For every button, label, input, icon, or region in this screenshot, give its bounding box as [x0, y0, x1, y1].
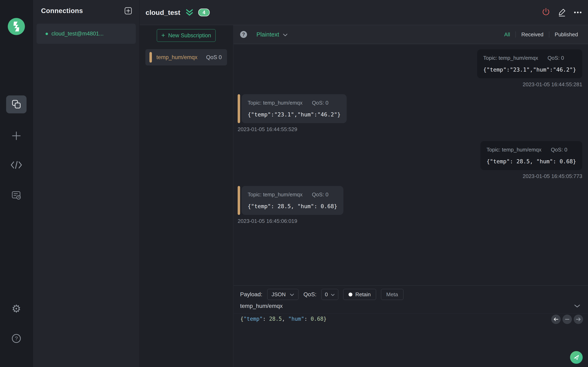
log-icon	[11, 190, 21, 201]
connections-header: Connections	[33, 0, 139, 15]
help-icon: ?	[11, 333, 21, 344]
editor-divider	[233, 313, 588, 314]
double-chevron-down-icon	[186, 14, 193, 17]
connections-panel: Connections cloud_test@m4801...	[33, 0, 140, 367]
message-received: Topic: temp_hum/emqx QoS: 0 {"temp":"23.…	[477, 49, 582, 88]
filter-all[interactable]: All	[499, 31, 516, 38]
subscription-color-bar	[149, 52, 152, 63]
collapse-panel-button[interactable]	[186, 9, 193, 16]
ellipsis-icon	[573, 15, 583, 18]
connections-panel-title: Connections	[41, 7, 83, 15]
subscription-qos: QoS 0	[206, 54, 222, 60]
message-bubble: Topic: temp_hum/emqx QoS: 0 {"temp":"23.…	[477, 49, 582, 78]
message-qos: QoS: 0	[312, 100, 329, 106]
message-bubble: Topic: temp_hum/emqx QoS: 0 {"temp": 28.…	[480, 141, 582, 170]
mqttx-app: ⚙ ? Connections	[0, 0, 588, 367]
pencil-icon	[557, 15, 567, 18]
messages-area: Topic: temp_hum/emqx QoS: 0 {"temp":"23.…	[233, 44, 588, 285]
subscription-count-badge: 4	[198, 8, 210, 16]
retain-label: Retain	[355, 291, 371, 298]
plus-icon	[11, 131, 22, 142]
sidebar-item-new-connection[interactable]	[0, 127, 33, 145]
gear-icon: ⚙	[12, 303, 21, 314]
more-options-button[interactable]	[572, 7, 584, 18]
collapse-publish-button[interactable]	[573, 304, 581, 309]
svg-text:?: ?	[15, 335, 18, 342]
retain-toggle[interactable]: Retain	[343, 289, 376, 300]
message-published: Topic: temp_hum/emqx QoS: 0 {"temp":"23.…	[238, 94, 347, 133]
arrow-right-icon	[576, 317, 581, 322]
filter-received[interactable]: Received	[516, 31, 549, 38]
sidebar-item-help[interactable]: ?	[0, 329, 33, 348]
chevron-down-icon	[574, 305, 580, 309]
chevron-down-icon	[331, 291, 335, 298]
message-color-bar	[238, 94, 240, 123]
connections-icon	[11, 99, 22, 110]
chevron-down-icon	[283, 31, 288, 38]
message-history-nav	[551, 315, 583, 324]
retain-dot-icon	[348, 292, 352, 296]
history-next-button[interactable]	[574, 315, 583, 324]
power-icon	[541, 15, 551, 18]
send-icon	[573, 354, 580, 361]
sidebar-item-log[interactable]	[0, 186, 33, 205]
edit-connection-button[interactable]	[556, 7, 568, 18]
message-payload: {"temp": 28.5, "hum": 0.68}	[486, 158, 576, 165]
payload-format-value: JSON	[272, 291, 286, 298]
history-prev-button[interactable]	[551, 315, 561, 324]
filter-published[interactable]: Published	[549, 31, 584, 38]
sidebar-item-settings[interactable]: ⚙	[0, 299, 33, 318]
disconnect-button[interactable]	[540, 7, 552, 18]
connection-item[interactable]: cloud_test@m4801...	[36, 24, 136, 44]
format-help-icon[interactable]: ?	[240, 31, 247, 38]
message-topic: Topic: temp_hum/emqx	[486, 147, 541, 153]
message-qos: QoS: 0	[551, 147, 567, 153]
message-color-bar	[238, 186, 240, 215]
new-subscription-button[interactable]: + New Subscription	[157, 29, 216, 42]
message-format-select[interactable]: Plaintext	[256, 31, 288, 38]
subscriptions-panel: + New Subscription temp_hum/emqx QoS 0	[140, 25, 233, 367]
message-format-value: Plaintext	[256, 31, 279, 38]
minus-icon	[564, 317, 570, 322]
topic-input[interactable]: temp_hum/emqx	[240, 303, 283, 309]
message-qos: QoS: 0	[548, 55, 564, 61]
sidebar-item-script[interactable]	[0, 156, 33, 175]
mqttx-logo-icon	[8, 18, 25, 35]
qos-select[interactable]: 0	[321, 289, 338, 300]
message-topic: Topic: temp_hum/emqx	[248, 100, 303, 106]
publish-panel: Payload: JSON QoS: 0	[233, 285, 588, 367]
icon-sidebar: ⚙ ?	[0, 0, 33, 367]
message-timestamp: 2023-01-05 16:44:55:529	[238, 126, 347, 133]
plus-square-icon	[124, 12, 132, 15]
message-topic: Topic: temp_hum/emqx	[248, 192, 303, 198]
message-published: Topic: temp_hum/emqx QoS: 0 {"temp": 28.…	[238, 186, 343, 224]
new-connection-button[interactable]	[124, 7, 132, 15]
message-bubble: Topic: temp_hum/emqx QoS: 0 {"temp":"23.…	[242, 94, 347, 123]
meta-button[interactable]: Meta	[381, 289, 403, 300]
message-bubble: Topic: temp_hum/emqx QoS: 0 {"temp": 28.…	[242, 186, 343, 215]
message-timestamp: 2023-01-05 16:45:06:019	[238, 218, 343, 224]
payload-label: Payload:	[240, 291, 262, 298]
subscription-topic: temp_hum/emqx	[156, 54, 206, 60]
message-timestamp: 2023-01-05 16:45:05:773	[480, 173, 582, 179]
arrow-left-icon	[553, 317, 559, 322]
connection-name: cloud_test@m4801...	[52, 31, 104, 37]
message-payload: {"temp": 28.5, "hum": 0.68}	[248, 203, 337, 209]
code-icon	[11, 161, 22, 170]
sidebar-item-connections[interactable]	[6, 95, 26, 113]
message-payload: {"temp":"23.1","hum":"46.2"}	[248, 111, 341, 118]
history-clear-button[interactable]	[562, 315, 572, 324]
message-payload: {"temp":"23.1","hum":"46.2"}	[483, 67, 576, 73]
connection-title: cloud_test	[146, 8, 180, 17]
payload-format-select[interactable]: JSON	[267, 289, 298, 300]
publish-toolbar: Payload: JSON QoS: 0	[240, 289, 403, 300]
subscription-item[interactable]: temp_hum/emqx QoS 0	[145, 49, 227, 66]
header-actions	[540, 7, 584, 18]
message-received: Topic: temp_hum/emqx QoS: 0 {"temp": 28.…	[480, 141, 582, 179]
message-topic: Topic: temp_hum/emqx	[483, 55, 538, 61]
publish-topic-row: temp_hum/emqx	[240, 303, 581, 309]
connection-status-dot	[45, 33, 48, 35]
chevron-down-icon	[290, 291, 294, 298]
payload-editor[interactable]: {"temp": 28.5, "hum": 0.68}	[240, 316, 327, 322]
send-button[interactable]	[570, 351, 583, 364]
